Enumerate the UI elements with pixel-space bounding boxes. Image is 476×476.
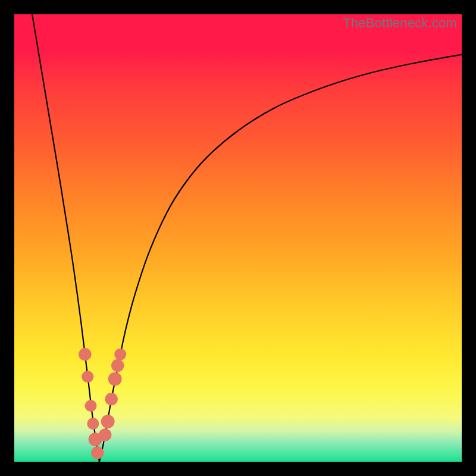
data-marker xyxy=(79,348,91,361)
data-marker xyxy=(114,349,126,361)
chart-container: TheBottleneck.com xyxy=(0,0,476,476)
data-marker xyxy=(108,372,122,386)
data-marker xyxy=(82,371,93,383)
data-marker xyxy=(105,393,117,405)
data-marker xyxy=(111,359,124,372)
data-marker xyxy=(101,415,115,428)
plot-area: TheBottleneck.com xyxy=(14,14,462,462)
data-marker xyxy=(85,400,97,412)
data-marker xyxy=(99,428,111,441)
chart-svg xyxy=(14,14,462,462)
curve-left-branch xyxy=(32,14,99,462)
data-marker xyxy=(91,446,104,459)
data-marker xyxy=(87,418,99,430)
curve-right-branch xyxy=(99,55,462,462)
